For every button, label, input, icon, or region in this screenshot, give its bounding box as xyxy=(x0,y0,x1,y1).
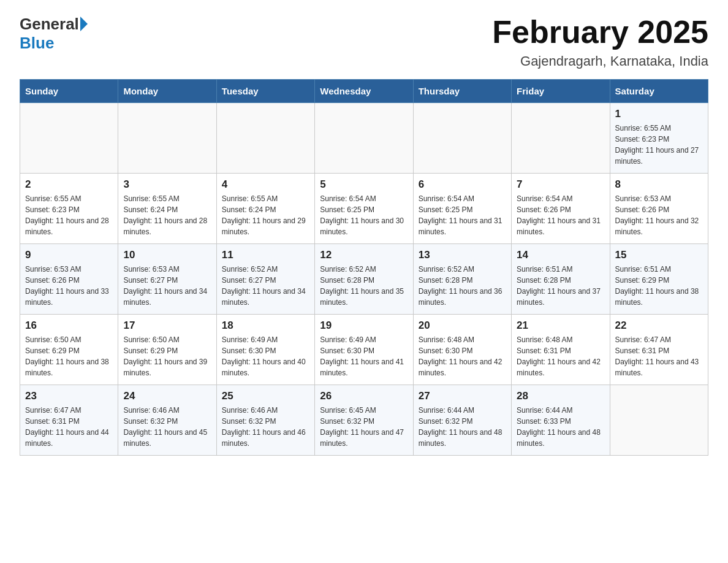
day-number: 20 xyxy=(419,320,506,332)
day-info: Sunrise: 6:55 AMSunset: 6:24 PMDaylight:… xyxy=(222,193,309,237)
calendar-cell: 3Sunrise: 6:55 AMSunset: 6:24 PMDaylight… xyxy=(118,174,216,244)
day-header-saturday: Saturday xyxy=(610,80,708,103)
day-info: Sunrise: 6:55 AMSunset: 6:23 PMDaylight:… xyxy=(615,123,703,167)
day-info: Sunrise: 6:44 AMSunset: 6:33 PMDaylight:… xyxy=(517,405,604,449)
calendar-cell xyxy=(610,385,708,456)
day-header-thursday: Thursday xyxy=(413,80,511,103)
header: General Blue February 2025 Gajendragarh,… xyxy=(20,15,708,69)
calendar-cell xyxy=(118,103,216,174)
calendar-cell: 26Sunrise: 6:45 AMSunset: 6:32 PMDayligh… xyxy=(315,385,413,456)
day-number: 2 xyxy=(25,178,113,191)
day-number: 28 xyxy=(517,390,604,402)
day-info: Sunrise: 6:53 AMSunset: 6:27 PMDaylight:… xyxy=(123,264,211,308)
calendar-subtitle: Gajendragarh, Karnataka, India xyxy=(492,53,708,69)
day-number: 14 xyxy=(517,249,604,261)
day-header-tuesday: Tuesday xyxy=(216,80,314,103)
day-number: 13 xyxy=(419,249,506,261)
day-info: Sunrise: 6:49 AMSunset: 6:30 PMDaylight:… xyxy=(320,334,408,378)
calendar-cell: 16Sunrise: 6:50 AMSunset: 6:29 PMDayligh… xyxy=(20,315,118,385)
day-header-row: SundayMondayTuesdayWednesdayThursdayFrid… xyxy=(20,80,708,103)
calendar-header: SundayMondayTuesdayWednesdayThursdayFrid… xyxy=(20,80,708,103)
day-number: 26 xyxy=(320,390,408,402)
calendar-cell: 23Sunrise: 6:47 AMSunset: 6:31 PMDayligh… xyxy=(20,385,118,456)
day-info: Sunrise: 6:55 AMSunset: 6:24 PMDaylight:… xyxy=(123,193,211,237)
logo: General Blue xyxy=(20,15,88,53)
day-number: 19 xyxy=(320,320,408,332)
calendar-cell: 20Sunrise: 6:48 AMSunset: 6:30 PMDayligh… xyxy=(413,315,511,385)
calendar-cell: 1Sunrise: 6:55 AMSunset: 6:23 PMDaylight… xyxy=(610,103,708,174)
calendar-cell xyxy=(413,103,511,174)
day-info: Sunrise: 6:51 AMSunset: 6:29 PMDaylight:… xyxy=(615,264,703,308)
week-row-3: 9Sunrise: 6:53 AMSunset: 6:26 PMDaylight… xyxy=(20,244,708,315)
day-number: 5 xyxy=(320,178,408,191)
day-number: 6 xyxy=(419,178,506,191)
week-row-1: 1Sunrise: 6:55 AMSunset: 6:23 PMDaylight… xyxy=(20,103,708,174)
day-number: 4 xyxy=(222,178,309,191)
logo-general-text: General xyxy=(20,15,79,34)
day-info: Sunrise: 6:50 AMSunset: 6:29 PMDaylight:… xyxy=(25,334,113,378)
day-number: 7 xyxy=(517,178,604,191)
day-number: 12 xyxy=(320,249,408,261)
calendar-cell: 13Sunrise: 6:52 AMSunset: 6:28 PMDayligh… xyxy=(413,244,511,315)
calendar-cell: 14Sunrise: 6:51 AMSunset: 6:28 PMDayligh… xyxy=(512,244,610,315)
week-row-2: 2Sunrise: 6:55 AMSunset: 6:23 PMDaylight… xyxy=(20,174,708,244)
day-info: Sunrise: 6:49 AMSunset: 6:30 PMDaylight:… xyxy=(222,334,309,378)
day-number: 8 xyxy=(615,178,703,191)
day-number: 24 xyxy=(123,390,211,402)
day-header-sunday: Sunday xyxy=(20,80,118,103)
day-number: 27 xyxy=(419,390,506,402)
calendar-cell: 8Sunrise: 6:53 AMSunset: 6:26 PMDaylight… xyxy=(610,174,708,244)
day-info: Sunrise: 6:47 AMSunset: 6:31 PMDaylight:… xyxy=(25,405,113,449)
logo-blue-text: Blue xyxy=(20,34,54,53)
day-number: 1 xyxy=(615,108,703,120)
day-header-friday: Friday xyxy=(512,80,610,103)
day-info: Sunrise: 6:52 AMSunset: 6:27 PMDaylight:… xyxy=(222,264,309,308)
day-header-monday: Monday xyxy=(118,80,216,103)
day-number: 18 xyxy=(222,320,309,332)
day-info: Sunrise: 6:46 AMSunset: 6:32 PMDaylight:… xyxy=(222,405,309,449)
calendar-cell: 17Sunrise: 6:50 AMSunset: 6:29 PMDayligh… xyxy=(118,315,216,385)
day-info: Sunrise: 6:54 AMSunset: 6:25 PMDaylight:… xyxy=(320,193,408,237)
calendar-cell: 15Sunrise: 6:51 AMSunset: 6:29 PMDayligh… xyxy=(610,244,708,315)
day-info: Sunrise: 6:54 AMSunset: 6:25 PMDaylight:… xyxy=(419,193,506,237)
day-info: Sunrise: 6:51 AMSunset: 6:28 PMDaylight:… xyxy=(517,264,604,308)
calendar-cell: 4Sunrise: 6:55 AMSunset: 6:24 PMDaylight… xyxy=(216,174,314,244)
day-number: 17 xyxy=(123,320,211,332)
day-info: Sunrise: 6:44 AMSunset: 6:32 PMDaylight:… xyxy=(419,405,506,449)
day-info: Sunrise: 6:52 AMSunset: 6:28 PMDaylight:… xyxy=(419,264,506,308)
day-info: Sunrise: 6:47 AMSunset: 6:31 PMDaylight:… xyxy=(615,334,703,378)
calendar-cell xyxy=(216,103,314,174)
calendar-cell: 10Sunrise: 6:53 AMSunset: 6:27 PMDayligh… xyxy=(118,244,216,315)
calendar-cell: 6Sunrise: 6:54 AMSunset: 6:25 PMDaylight… xyxy=(413,174,511,244)
calendar-body: 1Sunrise: 6:55 AMSunset: 6:23 PMDaylight… xyxy=(20,103,708,456)
calendar-cell: 9Sunrise: 6:53 AMSunset: 6:26 PMDaylight… xyxy=(20,244,118,315)
calendar-cell: 11Sunrise: 6:52 AMSunset: 6:27 PMDayligh… xyxy=(216,244,314,315)
calendar-cell xyxy=(315,103,413,174)
day-info: Sunrise: 6:48 AMSunset: 6:31 PMDaylight:… xyxy=(517,334,604,378)
day-info: Sunrise: 6:55 AMSunset: 6:23 PMDaylight:… xyxy=(25,193,113,237)
day-header-wednesday: Wednesday xyxy=(315,80,413,103)
day-number: 9 xyxy=(25,249,113,261)
calendar-cell: 22Sunrise: 6:47 AMSunset: 6:31 PMDayligh… xyxy=(610,315,708,385)
calendar-title: February 2025 xyxy=(492,15,708,50)
logo-triangle-icon xyxy=(80,17,88,31)
day-info: Sunrise: 6:48 AMSunset: 6:30 PMDaylight:… xyxy=(419,334,506,378)
day-info: Sunrise: 6:52 AMSunset: 6:28 PMDaylight:… xyxy=(320,264,408,308)
calendar-cell: 2Sunrise: 6:55 AMSunset: 6:23 PMDaylight… xyxy=(20,174,118,244)
calendar-cell: 12Sunrise: 6:52 AMSunset: 6:28 PMDayligh… xyxy=(315,244,413,315)
day-number: 3 xyxy=(123,178,211,191)
calendar-cell: 18Sunrise: 6:49 AMSunset: 6:30 PMDayligh… xyxy=(216,315,314,385)
calendar-cell: 27Sunrise: 6:44 AMSunset: 6:32 PMDayligh… xyxy=(413,385,511,456)
calendar-cell: 5Sunrise: 6:54 AMSunset: 6:25 PMDaylight… xyxy=(315,174,413,244)
calendar-cell: 21Sunrise: 6:48 AMSunset: 6:31 PMDayligh… xyxy=(512,315,610,385)
calendar-cell: 28Sunrise: 6:44 AMSunset: 6:33 PMDayligh… xyxy=(512,385,610,456)
calendar-cell: 25Sunrise: 6:46 AMSunset: 6:32 PMDayligh… xyxy=(216,385,314,456)
day-number: 10 xyxy=(123,249,211,261)
week-row-5: 23Sunrise: 6:47 AMSunset: 6:31 PMDayligh… xyxy=(20,385,708,456)
calendar-cell: 7Sunrise: 6:54 AMSunset: 6:26 PMDaylight… xyxy=(512,174,610,244)
calendar-table: SundayMondayTuesdayWednesdayThursdayFrid… xyxy=(20,79,708,456)
calendar-cell: 24Sunrise: 6:46 AMSunset: 6:32 PMDayligh… xyxy=(118,385,216,456)
title-area: February 2025 Gajendragarh, Karnataka, I… xyxy=(492,15,708,69)
calendar-cell xyxy=(512,103,610,174)
day-number: 11 xyxy=(222,249,309,261)
